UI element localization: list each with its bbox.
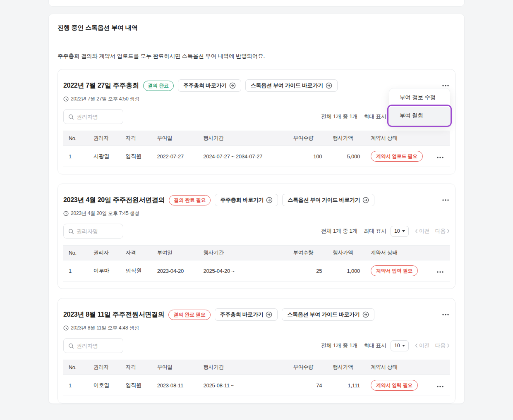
resolution-status-badge: 결의 완료 필요	[169, 195, 211, 205]
clock-icon	[63, 96, 69, 102]
header-contract-status: 계약서 상태	[365, 360, 431, 375]
grants-table: No. 권리자 자격 부여일 행사기간 부여수량 행사가액 계약서 상태 1	[63, 360, 450, 396]
header-holder: 권리자	[88, 246, 120, 260]
menu-item-withdraw-grant[interactable]: 부여 철회	[389, 107, 450, 125]
cell-role: 임직원	[120, 260, 152, 282]
chevron-left-icon	[415, 344, 417, 348]
cell-role: 임직원	[120, 146, 152, 167]
cell-role: 임직원	[120, 375, 152, 396]
header-no: No.	[63, 131, 88, 146]
cell-period: 2024-07-27 ~ 2034-07-27	[198, 146, 288, 167]
guide-link-button[interactable]: 스톡옵션 부여 가이드 바로가기	[282, 308, 374, 321]
page-size-select[interactable]: 10	[391, 226, 409, 237]
header-period: 행사기간	[198, 246, 288, 260]
grants-table: No. 권리자 자격 부여일 행사기간 부여수량 행사가액 계약서 상태 1	[63, 131, 450, 167]
search-input[interactable]	[77, 114, 118, 120]
header-period: 행사기간	[198, 131, 288, 146]
created-timestamp: 2023년 8월 11일 오후 4:48 생성	[71, 325, 139, 332]
meeting-link-button[interactable]: 주주총회 바로가기	[215, 194, 278, 206]
arrow-right-circle-icon	[362, 197, 369, 203]
stock-option-grants-panel: 진행 중인 스톡옵션 부여 내역 주주총회 결의와 계약서 업로드를 모두 완료…	[48, 14, 465, 404]
cell-holder: 서광열	[88, 146, 120, 167]
cell-period: 2025-04-20 ~	[198, 260, 288, 282]
cell-price: 1,111	[327, 375, 365, 396]
page-size-select[interactable]: 10	[391, 340, 409, 351]
search-icon	[68, 114, 74, 119]
kebab-dots-icon	[442, 314, 449, 315]
row-more-button[interactable]	[436, 266, 444, 276]
clock-icon	[63, 325, 69, 331]
clock-icon	[63, 211, 69, 216]
more-menu-button[interactable]	[441, 83, 450, 88]
guide-link-button[interactable]: 스톡옵션 부여 가이드 바로가기	[282, 194, 374, 206]
header-holder: 권리자	[88, 360, 120, 375]
chevron-down-icon	[402, 230, 405, 232]
card-title: 2022년 7월 27일 주주총회	[63, 81, 139, 90]
created-timestamp: 2023년 4월 20일 오후 7:45 생성	[71, 210, 139, 217]
kebab-dots-icon	[437, 271, 443, 273]
section-description: 주주총회 결의와 계약서 업로드를 모두 완료하시면 스톡옵션 부여 내역에 반…	[58, 52, 455, 60]
header-period: 행사기간	[198, 360, 288, 375]
kebab-dots-icon	[442, 199, 449, 201]
pagination-total: 전체 1개 중 1개	[321, 227, 357, 235]
table-row: 1 서광열 임직원 2022-07-27 2024-07-27 ~ 2034-0…	[63, 146, 450, 167]
contract-status-badge: 계약서 입력 필요	[371, 380, 418, 391]
arrow-right-circle-icon	[266, 311, 272, 318]
prev-page-button[interactable]: 이전	[415, 342, 430, 349]
header-grant-date: 부여일	[151, 131, 198, 146]
prev-page-button[interactable]: 이전	[415, 227, 430, 235]
page-title: 진행 중인 스톡옵션 부여 내역	[58, 24, 137, 32]
more-menu-button[interactable]	[441, 312, 450, 317]
cell-no: 1	[63, 375, 88, 396]
header-contract-status: 계약서 상태	[365, 131, 431, 146]
header-grant-date: 부여일	[152, 360, 198, 375]
menu-item-edit-grant[interactable]: 부여 정보 수정	[389, 88, 450, 107]
header-grant-date: 부여일	[152, 246, 198, 260]
grant-card-2: 2023년 4월 20일 주주전원서면결의 결의 완료 필요 주주총회 바로가기…	[58, 184, 455, 289]
cell-price: 1,000	[327, 260, 365, 282]
contract-status-badge: 계약서 업로드 필요	[371, 151, 423, 162]
row-more-button[interactable]	[436, 381, 444, 390]
header-role: 자격	[120, 360, 152, 375]
next-page-button[interactable]: 다음	[435, 227, 450, 235]
header-holder: 권리자	[88, 131, 120, 146]
guide-link-button[interactable]: 스톡옵션 부여 가이드 바로가기	[245, 79, 338, 92]
cell-quantity: 74	[288, 375, 327, 396]
resolution-status-badge: 결의 완료 필요	[168, 310, 210, 320]
meeting-link-button[interactable]: 주주총회 바로가기	[178, 79, 241, 92]
more-menu-button[interactable]	[441, 198, 450, 203]
arrow-right-circle-icon	[326, 82, 332, 89]
header-price: 행사가액	[327, 360, 365, 375]
meeting-link-button[interactable]: 주주총회 바로가기	[215, 308, 278, 321]
card-title: 2023년 8월 11일 주주전원서면결의	[63, 310, 164, 319]
cell-quantity: 100	[288, 146, 328, 167]
chevron-left-icon	[415, 229, 417, 233]
grants-table: No. 권리자 자격 부여일 행사기간 부여수량 행사가액 계약서 상태 1	[63, 245, 450, 282]
resolution-status-badge: 결의 완료	[143, 81, 174, 91]
arrow-right-circle-icon	[229, 82, 236, 89]
header-quantity: 부여수량	[288, 131, 328, 146]
kebab-dots-icon	[437, 386, 443, 387]
card-title: 2023년 4월 20일 주주전원서면결의	[63, 196, 165, 205]
header-role: 자격	[120, 246, 152, 260]
arrow-right-circle-icon	[362, 311, 369, 318]
next-page-button[interactable]: 다음	[435, 342, 450, 349]
grant-card-1: 2022년 7월 27일 주주총회 결의 완료 주주총회 바로가기 스톡옵션 부…	[58, 69, 455, 174]
chevron-down-icon	[402, 345, 405, 347]
cell-quantity: 25	[288, 260, 327, 282]
created-timestamp: 2022년 7월 27일 오후 4:50 생성	[71, 95, 139, 103]
table-row: 1 이호열 임직원 2023-08-11 2025-08-11 ~ 74 1,1…	[63, 375, 450, 396]
table-header-row: No. 권리자 자격 부여일 행사기간 부여수량 행사가액 계약서 상태	[63, 246, 450, 260]
contract-status-badge: 계약서 입력 필요	[371, 265, 418, 276]
kebab-dots-icon	[442, 85, 449, 86]
search-input[interactable]	[77, 343, 118, 349]
cell-holder: 이호열	[88, 375, 120, 396]
grant-card-3: 2023년 8월 11일 주주전원서면결의 결의 완료 필요 주주총회 바로가기…	[58, 298, 455, 403]
page-size-label: 최대 표시	[364, 113, 386, 120]
row-more-button[interactable]	[436, 152, 444, 161]
header-price: 행사가액	[327, 131, 365, 146]
table-header-row: No. 권리자 자격 부여일 행사기간 부여수량 행사가액 계약서 상태	[63, 360, 450, 375]
search-input[interactable]	[77, 228, 118, 234]
kebab-dots-icon	[437, 157, 443, 158]
header-quantity: 부여수량	[288, 360, 327, 375]
